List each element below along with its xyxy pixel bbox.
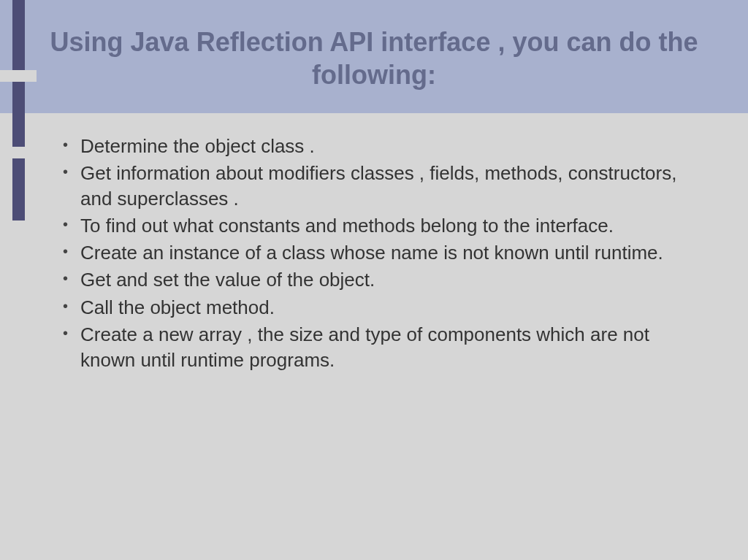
list-item: Get information about modifiers classes … — [58, 161, 708, 212]
bullet-list: Determine the object class . Get informa… — [58, 134, 708, 373]
list-item: Call the object method. — [58, 295, 708, 321]
list-item: Get and set the value of the object. — [58, 267, 708, 293]
header-area: Using Java Reflection API interface , yo… — [0, 0, 748, 113]
accent-gap-2 — [0, 147, 37, 158]
list-item: Determine the object class . — [58, 134, 708, 159]
list-item: Create a new array , the size and type o… — [58, 322, 708, 373]
accent-gap-1 — [0, 70, 37, 82]
list-item: Create an instance of a class whose name… — [58, 240, 708, 266]
slide-title: Using Java Reflection API interface , yo… — [44, 26, 704, 91]
list-item: To find out what constants and methods b… — [58, 213, 708, 239]
accent-bar-vertical — [12, 0, 25, 220]
slide-container: Using Java Reflection API interface , yo… — [0, 0, 748, 560]
content-area: Determine the object class . Get informa… — [0, 113, 748, 396]
